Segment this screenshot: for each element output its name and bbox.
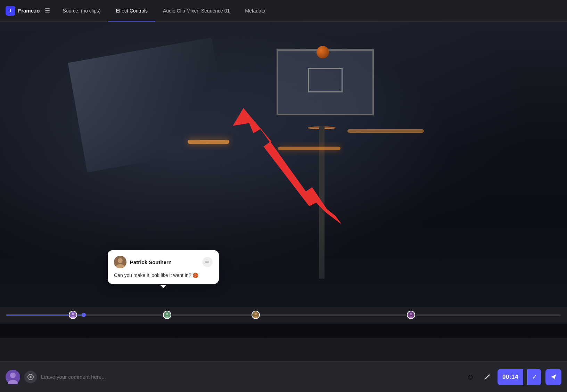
backboard-container — [263, 42, 381, 133]
comment-text: Can you make it look like it went in? 🏀 — [114, 272, 213, 279]
comment-input[interactable] — [41, 374, 460, 380]
timecode-button[interactable]: 00:14 — [498, 369, 523, 385]
svg-point-19 — [10, 373, 16, 378]
timeline-track[interactable] — [6, 315, 561, 316]
backboard — [277, 49, 374, 115]
comment-avatar — [114, 256, 126, 268]
brand-logo[interactable]: f Frame.io ☰ — [4, 6, 55, 16]
svg-point-22 — [30, 376, 32, 378]
bottom-bar: ☺ 00:14 ✓ — [0, 361, 567, 392]
comment-marker-2[interactable] — [163, 311, 171, 319]
annotation-toggle-button[interactable] — [24, 371, 37, 383]
comment-edit-button[interactable]: ✏ — [202, 257, 213, 267]
ambient-light-1 — [188, 140, 229, 144]
svg-point-16 — [410, 313, 412, 315]
timeline-playhead[interactable] — [82, 313, 86, 317]
comment-popup: Patrick Southern ✏ Can you make it look … — [108, 250, 219, 284]
tab-metadata[interactable]: Metadata — [237, 0, 273, 22]
svg-point-10 — [166, 313, 168, 315]
send-button[interactable] — [545, 369, 561, 385]
court-visual — [0, 22, 567, 338]
comment-user: Patrick Southern — [114, 256, 172, 268]
tab-source[interactable]: Source: (no clips) — [55, 0, 108, 22]
current-user-avatar — [6, 370, 20, 384]
brand-label: Frame.io — [18, 8, 40, 14]
tab-effect-controls[interactable]: Effect Controls — [108, 0, 155, 22]
tab-bar: f Frame.io ☰ Source: (no clips) Effect C… — [0, 0, 567, 22]
comment-marker-3[interactable] — [252, 311, 260, 319]
check-button[interactable]: ✓ — [527, 369, 541, 385]
comment-header: Patrick Southern ✏ — [114, 256, 213, 268]
light-beam — [68, 38, 231, 172]
ambient-light-2 — [278, 147, 340, 150]
comment-author-name: Patrick Southern — [130, 259, 172, 265]
svg-point-7 — [72, 313, 74, 315]
ambient-light-3 — [347, 129, 424, 133]
comment-marker-4[interactable] — [407, 311, 415, 319]
svg-point-4 — [118, 258, 123, 263]
brand-icon: f — [6, 6, 15, 16]
menu-icon[interactable]: ☰ — [45, 7, 50, 14]
timeline-area[interactable] — [0, 307, 567, 322]
video-area: Patrick Southern ✏ Can you make it look … — [0, 22, 567, 338]
emoji-button[interactable]: ☺ — [464, 371, 477, 383]
basketball — [317, 46, 329, 58]
backboard-inner — [308, 68, 343, 92]
tab-audio-clip-mixer[interactable]: Audio Clip Mixer: Sequence 01 — [155, 0, 237, 22]
comment-marker-1[interactable] — [69, 311, 77, 319]
draw-tool-button[interactable] — [481, 371, 493, 383]
svg-point-13 — [255, 313, 257, 315]
